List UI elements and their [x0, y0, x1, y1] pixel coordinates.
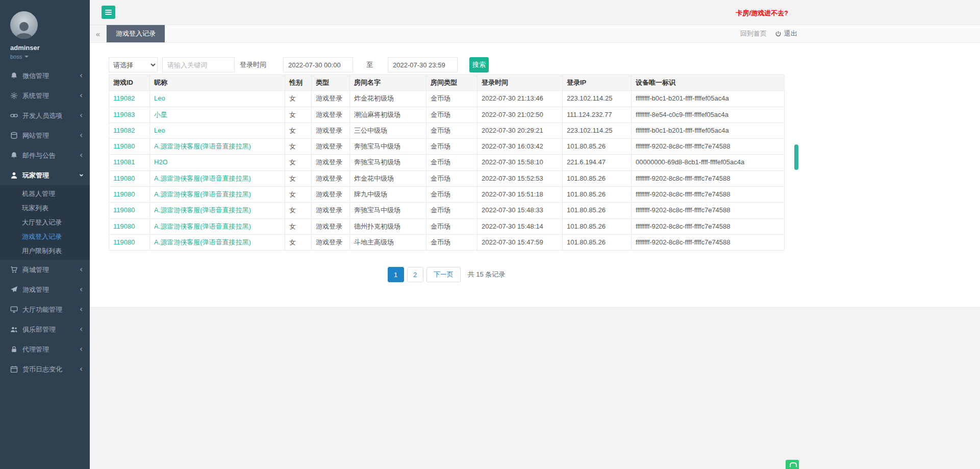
caret-down-icon — [24, 56, 29, 58]
chevron-left-icon: ‹ — [80, 326, 83, 333]
table-row: 119082 Leo 女 游戏登录 三公中级场 金币场 2022-07-30 2… — [109, 122, 785, 138]
room-name-cell: 奔驰宝马初级场 — [350, 155, 426, 170]
game-id-link[interactable]: 119082 — [113, 94, 135, 102]
nickname-cell: A.源雷游侠客服(弹语音直接拉黑) — [150, 234, 285, 250]
room-type-cell: 金币场 — [426, 203, 478, 218]
gender-cell: 女 — [285, 218, 312, 234]
sidebar-item-system[interactable]: 系统管理 ‹ — [0, 86, 90, 106]
sidebar-item-label: 邮件与公告 — [22, 151, 80, 160]
sidebar-item-mail[interactable]: 邮件与公告 ‹ — [0, 145, 90, 165]
login-ip-cell: 101.80.85.26 — [563, 187, 632, 203]
game-id-cell: 119080 — [109, 218, 150, 234]
game-id-link[interactable]: 119080 — [113, 223, 135, 230]
time-to-input[interactable] — [388, 57, 458, 72]
nickname-link[interactable]: A.源雷游侠客服(弹语音直接拉黑) — [154, 190, 251, 198]
game-id-link[interactable]: 119081 — [113, 158, 135, 166]
login-time-label: 登录时间 — [240, 60, 266, 69]
login-ip-cell: 101.80.85.26 — [563, 139, 632, 155]
tab-game-login-record[interactable]: 游戏登入记录 — [107, 25, 165, 42]
chevron-left-icon: ‹ — [80, 286, 83, 293]
login-ip-cell: 101.80.85.26 — [563, 234, 632, 250]
game-id-link[interactable]: 119080 — [113, 175, 135, 182]
column-header-device-id: 设备唯一标识 — [632, 75, 785, 91]
sidebar-item-label: 微信管理 — [22, 71, 80, 81]
page-2-button[interactable]: 2 — [407, 267, 423, 282]
submenu-item-robot-management[interactable]: 机器人管理 — [0, 187, 90, 201]
tab-actions: 回到首页 退出 — [740, 25, 797, 42]
nickname-link[interactable]: A.源雷游侠客服(弹语音直接拉黑) — [154, 142, 251, 150]
scrollbar-thumb[interactable] — [794, 144, 798, 170]
room-type-cell: 金币场 — [426, 91, 478, 107]
sidebar-item-mall[interactable]: 商城管理 ‹ — [0, 260, 90, 280]
gender-cell: 女 — [285, 203, 312, 218]
table-header-row: 游戏ID 昵称 性别 类型 房间名字 房间类型 登录时间 登录IP 设备唯一标识 — [109, 75, 785, 91]
sidebar-item-wechat[interactable]: 微信管理 ‹ — [0, 66, 90, 86]
device-id-cell: ffffffff-9202-8c8c-ffff-ffffc7e74588 — [632, 203, 785, 218]
sidebar-item-website[interactable]: 网站管理 ‹ — [0, 126, 90, 145]
submenu-item-game-login-record[interactable]: 游戏登入记录 — [0, 230, 90, 244]
sidebar-item-agent[interactable]: 代理管理 ‹ — [0, 339, 90, 359]
type-cell: 游戏登录 — [312, 170, 350, 186]
avatar[interactable] — [10, 11, 38, 39]
game-id-link[interactable]: 119080 — [113, 190, 135, 198]
sidebar-item-club[interactable]: 俱乐部管理 ‹ — [0, 319, 90, 339]
time-from-input[interactable] — [283, 57, 353, 72]
submenu-item-lobby-login-record[interactable]: 大厅登入记录 — [0, 215, 90, 230]
nickname-cell: Leo — [150, 122, 285, 138]
next-page-button[interactable]: 下一页 — [426, 267, 461, 282]
sidebar-item-label: 玩家管理 — [22, 171, 80, 180]
sidebar-item-developer[interactable]: 开发人员选项 ‹ — [0, 106, 90, 126]
nickname-link[interactable]: H2O — [154, 158, 168, 166]
sidebar-item-label: 游戏管理 — [22, 285, 80, 294]
game-id-link[interactable]: 119080 — [113, 142, 135, 150]
submenu-item-user-restriction-list[interactable]: 用户限制列表 — [0, 244, 90, 258]
game-id-link[interactable]: 119080 — [113, 206, 135, 214]
login-time-cell: 2022-07-30 15:48:14 — [478, 218, 563, 234]
sidebar-item-label: 网站管理 — [22, 131, 80, 140]
content-area: 请选择 登录时间 至 搜索 游戏ID — [90, 43, 980, 469]
sidebar-item-player[interactable]: 玩家管理 ‹ — [0, 165, 90, 185]
nickname-link[interactable]: Leo — [154, 94, 165, 102]
collapse-tabs-button[interactable]: « — [90, 25, 107, 42]
floating-service-widget[interactable] — [786, 460, 799, 469]
sidebar-item-currency-log[interactable]: 货币日志变化 ‹ — [0, 359, 90, 379]
nickname-cell: H2O — [150, 155, 285, 170]
table-row: 119083 小星 女 游戏登录 潮汕麻将初级场 金币场 2022-07-30 … — [109, 107, 785, 122]
nickname-cell: A.源雷游侠客服(弹语音直接拉黑) — [150, 203, 285, 218]
sidebar-item-game[interactable]: 游戏管理 ‹ — [0, 280, 90, 300]
login-ip-cell: 223.102.114.25 — [563, 122, 632, 138]
nickname-link[interactable]: Leo — [154, 127, 165, 134]
user-role-dropdown[interactable]: boss — [10, 54, 90, 60]
room-type-cell: 金币场 — [426, 107, 478, 122]
nickname-link[interactable]: A.源雷游侠客服(弹语音直接拉黑) — [154, 206, 251, 214]
bell-icon — [10, 72, 18, 80]
nickname-link[interactable]: 小星 — [154, 111, 167, 118]
back-home-link[interactable]: 回到首页 — [740, 29, 767, 38]
submenu-item-player-list[interactable]: 玩家列表 — [0, 201, 90, 215]
sidebar-item-label: 开发人员选项 — [22, 111, 80, 120]
nickname-link[interactable]: A.源雷游侠客服(弹语音直接拉黑) — [154, 223, 251, 230]
sidebar-item-lobby-function[interactable]: 大厅功能管理 ‹ — [0, 300, 90, 319]
gender-cell: 女 — [285, 139, 312, 155]
login-time-cell: 2022-07-30 20:29:21 — [478, 122, 563, 138]
nickname-link[interactable]: A.源雷游侠客服(弹语音直接拉黑) — [154, 175, 251, 182]
help-notice-link[interactable]: 卡房/游戏进不去? — [736, 9, 788, 18]
nickname-link[interactable]: A.源雷游侠客服(弹语音直接拉黑) — [154, 238, 251, 246]
logout-button[interactable]: 退出 — [775, 29, 797, 38]
logout-label: 退出 — [784, 29, 797, 38]
chevron-down-icon: ‹ — [77, 174, 85, 177]
game-id-link[interactable]: 119080 — [113, 238, 135, 246]
device-id-cell: 00000000-69d8-8cb1-ffff-ffffef05ac4a — [632, 155, 785, 170]
table-row: 119081 H2O 女 游戏登录 奔驰宝马初级场 金币场 2022-07-30… — [109, 155, 785, 170]
filter-select[interactable]: 请选择 — [109, 57, 158, 72]
search-button[interactable]: 搜索 — [469, 57, 489, 72]
column-header-login-ip: 登录IP — [563, 75, 632, 91]
person-silhouette-icon — [14, 19, 34, 39]
room-name-cell: 三公中级场 — [350, 122, 426, 138]
table-row: 119080 A.源雷游侠客服(弹语音直接拉黑) 女 游戏登录 奔驰宝马中级场 … — [109, 139, 785, 155]
game-id-link[interactable]: 119083 — [113, 111, 135, 118]
page-1-button[interactable]: 1 — [388, 267, 404, 282]
keyword-input[interactable] — [162, 57, 235, 72]
game-id-link[interactable]: 119082 — [113, 127, 135, 134]
menu-toggle-button[interactable] — [102, 6, 115, 19]
